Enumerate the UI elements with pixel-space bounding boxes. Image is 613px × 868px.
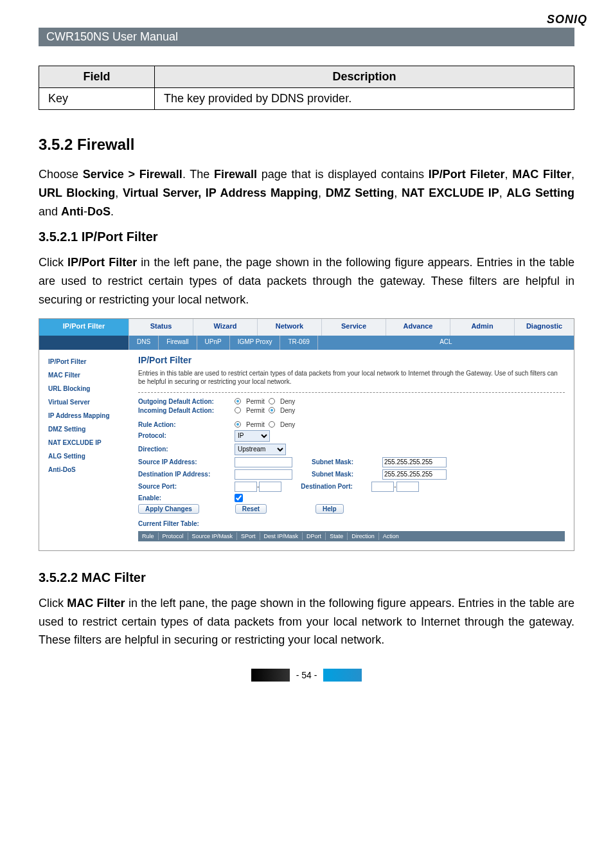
reset-button[interactable]: Reset <box>235 504 267 514</box>
sidemenu-alg[interactable]: ALG Setting <box>39 449 129 463</box>
dst-ip-input[interactable] <box>235 469 292 480</box>
label-rule-action: Rule Action: <box>138 421 235 428</box>
separator <box>138 392 565 393</box>
table-row: Key The key provided by DDNS provider. <box>39 88 574 110</box>
sidemenu-antidos[interactable]: Anti-DoS <box>39 463 129 476</box>
subnet-input2[interactable] <box>382 469 447 480</box>
tab-wizard[interactable]: Wizard <box>193 319 258 336</box>
radio-deny[interactable] <box>269 421 275 428</box>
text: . The <box>182 168 214 181</box>
direction-select[interactable]: Upstream <box>235 444 286 455</box>
text: Click <box>39 256 67 269</box>
sidemenu-nat[interactable]: NAT EXCLUDE IP <box>39 436 129 449</box>
dst-port-a[interactable] <box>371 482 394 492</box>
src-port-b[interactable] <box>259 482 281 492</box>
bold-text: Service > Firewall <box>83 168 182 181</box>
sidemenu-mac[interactable]: MAC Filter <box>39 368 129 382</box>
page-chip-right <box>323 669 362 682</box>
src-port-a[interactable] <box>235 482 257 492</box>
src-ip-input[interactable] <box>235 457 292 467</box>
subsection-heading-ipport: 3.5.2.1 IP/Port Filter <box>39 230 574 244</box>
pane-title: IP/Port Filter <box>138 355 565 365</box>
col-action: Action <box>379 532 403 540</box>
subnet-input[interactable] <box>382 457 447 467</box>
radio-label: Permit <box>246 421 265 428</box>
bold-text: IP/Port Filter <box>67 256 137 269</box>
apply-button[interactable]: Apply Changes <box>138 504 199 514</box>
manual-title-bar: CWR150NS User Manual <box>39 28 574 46</box>
subtab-igmp[interactable]: IGMP Proxy <box>230 336 281 350</box>
tab-admin[interactable]: Admin <box>450 319 515 336</box>
tab-ipport-filter[interactable]: IP/Port Filter <box>39 319 129 336</box>
bold-text: Firewall <box>214 168 257 181</box>
col-rule: Rule <box>138 532 159 540</box>
subsection-paragraph: Click IP/Port Filter in the left pane, t… <box>39 253 574 309</box>
tab-bar-top: IP/Port Filter Status Wizard Network Ser… <box>39 319 574 336</box>
subsection-paragraph-mac: Click MAC Filter in the left pane, the p… <box>39 594 574 649</box>
col-srcip: Source IP/Mask <box>188 532 238 540</box>
bold-text: NAT EXCLUDE IP <box>402 186 499 199</box>
radio-permit[interactable] <box>235 421 241 428</box>
label-src-ip: Source IP Address: <box>138 458 235 466</box>
page-number: - 54 - <box>296 670 317 680</box>
page-chip-left <box>251 669 290 682</box>
col-protocol: Protocol <box>159 532 188 540</box>
col-state: State <box>326 532 348 540</box>
subsection-heading-mac: 3.5.2.2 MAC Filter <box>39 570 574 585</box>
sidemenu-virtual[interactable]: Virtual Server <box>39 395 129 409</box>
filter-table-header: Rule Protocol Source IP/Mask SPort Dest … <box>138 531 565 541</box>
subtab-blank <box>39 336 129 350</box>
sidemenu-ipmap[interactable]: IP Address Mapping <box>39 409 129 422</box>
col-destip: Dest IP/Mask <box>260 532 303 540</box>
section-paragraph: Choose Service > Firewall. The Firewall … <box>39 165 574 221</box>
tab-bar-sub: DNS Firewall UPnP IGMP Proxy TR-069 ACL <box>39 336 574 350</box>
field-cell: Key <box>39 88 155 110</box>
main-pane: IP/Port Filter Entries in this table are… <box>129 350 574 550</box>
radio-permit[interactable] <box>235 398 241 404</box>
current-filter-label: Current Filter Table: <box>138 520 565 527</box>
tab-network[interactable]: Network <box>258 319 322 336</box>
label-direction: Direction: <box>138 446 235 453</box>
outgoing-options: Permit Deny <box>235 398 295 405</box>
col-direction: Direction <box>348 532 379 540</box>
text: . <box>111 205 114 218</box>
tab-service[interactable]: Service <box>322 319 386 336</box>
sidemenu-url[interactable]: URL Blocking <box>39 382 129 395</box>
tab-advance[interactable]: Advance <box>386 319 450 336</box>
side-menu: IP/Port Filter MAC Filter URL Blocking V… <box>39 350 129 550</box>
pane-desc: Entries in this table are used to restri… <box>138 369 565 386</box>
text: , <box>499 186 507 199</box>
page-number-chip: - 54 - <box>39 669 574 682</box>
radio-deny[interactable] <box>269 398 275 404</box>
label-outgoing: Outgoing Default Action: <box>138 398 235 405</box>
subtab-upnp[interactable]: UPnP <box>197 336 230 350</box>
bold-text: MAC Filter <box>67 597 125 610</box>
section-heading-firewall: 3.5.2 Firewall <box>39 136 574 154</box>
help-button[interactable]: Help <box>315 504 344 514</box>
sidemenu-ipport[interactable]: IP/Port Filter <box>39 355 129 368</box>
brand-logo: SONIQ <box>39 13 587 26</box>
enable-checkbox[interactable] <box>235 494 243 502</box>
protocol-select[interactable]: IP <box>235 430 270 442</box>
label-enable: Enable: <box>138 494 235 502</box>
subtab-firewall[interactable]: Firewall <box>159 336 197 350</box>
tab-diagnostic[interactable]: Diagnostic <box>515 319 574 336</box>
radio-deny[interactable] <box>269 407 275 413</box>
bold-text: MAC Filter <box>512 168 571 181</box>
radio-label: Deny <box>280 421 295 428</box>
subtab-dns[interactable]: DNS <box>129 336 159 350</box>
dst-port-b[interactable] <box>396 482 419 492</box>
label-subnet: Subnet Mask: <box>312 458 382 466</box>
col-sport: SPort <box>237 532 260 540</box>
tab-status[interactable]: Status <box>129 319 193 336</box>
text: Choose <box>39 168 83 181</box>
subtab-tr069[interactable]: TR-069 <box>280 336 317 350</box>
radio-permit[interactable] <box>235 407 241 413</box>
label-subnet2: Subnet Mask: <box>312 471 382 478</box>
radio-label: Permit <box>246 398 265 405</box>
subtab-acl[interactable]: ACL <box>318 336 574 350</box>
radio-label: Deny <box>280 398 295 405</box>
sidemenu-dmz[interactable]: DMZ Setting <box>39 422 129 436</box>
text: Click <box>39 597 67 610</box>
label-dst-ip: Destination IP Address: <box>138 471 235 478</box>
